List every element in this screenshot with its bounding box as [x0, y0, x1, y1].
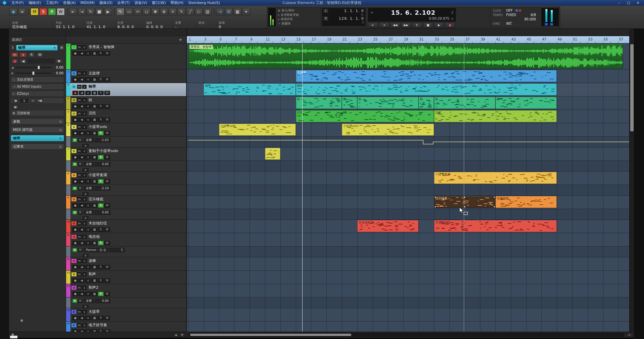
track-open-editor-button[interactable]: ▦	[92, 91, 97, 95]
clip-handle[interactable]	[434, 196, 436, 198]
mute-button[interactable]: m	[77, 197, 82, 201]
bank-icon[interactable]: ▦	[13, 98, 19, 103]
mute-button[interactable]: m	[77, 323, 82, 327]
track-row[interactable]: 9▦ms弦乐铺底●◀e▦RW	[66, 196, 186, 209]
track-monitor-button[interactable]: ◀	[79, 203, 85, 208]
gear-icon[interactable]: ✱	[55, 59, 63, 64]
transport-play[interactable]: ▶	[434, 22, 444, 28]
clip[interactable]: 小提琴solo	[342, 124, 434, 136]
track-edit-channel-button[interactable]: e	[85, 51, 91, 56]
window-maximize[interactable]: □	[624, 1, 633, 5]
lane-mini-button[interactable]: ▦	[83, 216, 89, 219]
track-open-editor-button[interactable]: ▦	[92, 329, 97, 332]
track-monitor-button[interactable]: ◀	[79, 179, 85, 184]
track-row[interactable]: 13▦ms和声●◀e▦RW	[66, 271, 186, 284]
automation-lane-row[interactable]: RW音量0.00▦	[66, 209, 186, 220]
track-record-arm-button[interactable]: ●	[72, 329, 78, 332]
track-open-editor-button[interactable]: ▦	[92, 131, 97, 135]
mute-button[interactable]: m	[77, 286, 82, 290]
arrangement-track-lane[interactable]	[187, 308, 629, 322]
track-record-arm-button[interactable]: ●	[72, 91, 78, 95]
automation-lane-row[interactable]: RW音量-2.19▦	[66, 185, 186, 196]
track-edit-channel-button[interactable]: e	[85, 104, 91, 109]
track-read-automation-button[interactable]: R	[98, 278, 104, 283]
track-monitor-button[interactable]: ◀	[79, 316, 85, 320]
track-write-automation-button[interactable]: W	[104, 292, 110, 296]
glue-tool[interactable]: ⊔	[143, 8, 151, 15]
track-edit-channel-button[interactable]: e	[85, 278, 91, 283]
line-tool[interactable]: ╱	[186, 8, 194, 15]
info-field-volume[interactable]: 音量-	[172, 21, 196, 29]
track-edit-channel-button[interactable]: e	[85, 316, 91, 320]
track-record-arm-button[interactable]: ●	[72, 203, 78, 208]
autoscroll-button[interactable]: ⇥	[216, 8, 224, 15]
track-read-automation-button[interactable]: R	[98, 77, 104, 82]
mute-button[interactable]: m	[77, 173, 82, 177]
mute-button[interactable]: m	[77, 125, 82, 129]
midi-input-row[interactable]: ⇥All MIDI Inputs	[11, 83, 64, 90]
track-row[interactable]: 3▦ms钢琴●◀e▦RW	[66, 83, 186, 96]
inspector-write-button[interactable]: W	[36, 52, 44, 57]
tempo-value[interactable]: 90.000	[524, 17, 536, 21]
track-write-automation-button[interactable]: W	[104, 77, 110, 82]
menu-item[interactable]: 编辑(E)	[26, 0, 44, 6]
track-row[interactable]: 7▦ms复制于小提琴solo●◀e▦RW	[66, 147, 186, 161]
arrangement-track-lane[interactable]: 鼓鼓鼓鼓鼓鼓	[187, 96, 629, 110]
window-close[interactable]: ✕	[633, 1, 643, 5]
solo-button[interactable]: s	[82, 112, 87, 116]
read-all-button[interactable]: R	[48, 8, 56, 15]
clip[interactable]: 鼓	[434, 97, 495, 109]
inspector-settings-icon[interactable]: ✱	[20, 319, 23, 323]
solo-button[interactable]: s	[82, 323, 87, 327]
lane-write-automation-button[interactable]: W	[78, 248, 83, 252]
track-read-automation-button[interactable]: R	[98, 91, 104, 95]
track-record-arm-button[interactable]: ●	[72, 77, 78, 82]
mute-button[interactable]: m	[77, 71, 82, 75]
track-monitor-button[interactable]: ◀	[79, 118, 85, 122]
mute-button[interactable]: m	[77, 45, 82, 49]
clip[interactable]: 小提琴solo	[219, 124, 296, 136]
menu-item[interactable]: 文件(F)	[9, 0, 26, 6]
track-record-arm-button[interactable]: ●	[72, 241, 78, 245]
track-preset-row[interactable]: ◇无轨道预置	[11, 76, 64, 83]
mute-button[interactable]: m	[77, 98, 82, 102]
track-monitor-button[interactable]: ◀	[79, 329, 85, 332]
output-selector[interactable]	[28, 59, 54, 63]
track-write-automation-button[interactable]: W	[104, 329, 110, 332]
inspector-track-name[interactable]: 钢琴▸	[16, 45, 58, 51]
erase-tool[interactable]: ✖	[151, 8, 159, 15]
section-midi-modifiers[interactable]: MIDI 调节器≣	[11, 127, 64, 133]
track-write-automation-button[interactable]: W	[104, 265, 110, 269]
mute-all-button[interactable]: M	[31, 8, 39, 15]
solo-button[interactable]: s	[82, 221, 87, 225]
track-edit-channel-button[interactable]: e	[85, 155, 91, 159]
clip[interactable]: 鼓	[296, 97, 342, 109]
track-row[interactable]: 14▦ms和声2●◀e▦RW	[66, 284, 186, 297]
track-row[interactable]: 6▦ms小提琴solo●◀e▦RW	[66, 123, 186, 137]
automation-lane[interactable]	[187, 209, 629, 220]
menu-item[interactable]: Steinberg Hub(S)	[186, 0, 222, 6]
transport-record[interactable]: ●	[445, 22, 455, 28]
right-locator-value[interactable]: 129. 1. 1. 0	[339, 16, 364, 21]
arrangement-track-lane[interactable]	[187, 147, 629, 161]
go-start-button[interactable]: ⇤	[69, 8, 77, 15]
track-row[interactable]: 2▦ms主旋律●◀e▦RW	[66, 70, 186, 83]
arrangement-track-lane[interactable]	[187, 271, 629, 284]
arrangement-track-lane[interactable]: 小提琴solo小提琴solo	[187, 123, 629, 137]
track-record-arm-button[interactable]: ●	[72, 265, 78, 269]
zoom-tool[interactable]: ⊕	[160, 8, 168, 15]
track-row[interactable]: 5▦ms贝司●◀e▦RW	[66, 110, 186, 123]
arrangement-track-lane[interactable]: 小提琴复调	[187, 172, 629, 185]
activate-project-button[interactable]: ◉	[9, 8, 17, 15]
track-write-automation-button[interactable]: W	[104, 91, 110, 95]
track-write-automation-button[interactable]: W	[104, 241, 110, 245]
info-field-name[interactable]: 名称弦乐铺底	[9, 21, 53, 29]
left-locator-value[interactable]: 1. 1. 1. 0	[344, 9, 364, 13]
track-edit-channel-button[interactable]: e	[85, 241, 91, 245]
track-monitor-button[interactable]: ◀	[79, 131, 85, 135]
click-value[interactable]: OFF	[506, 9, 513, 12]
track-edit-channel-button[interactable]: e	[85, 179, 91, 184]
clip-handle[interactable]	[493, 196, 495, 198]
clip[interactable]: 贝司	[434, 110, 557, 122]
clip-handle[interactable]	[434, 206, 436, 208]
